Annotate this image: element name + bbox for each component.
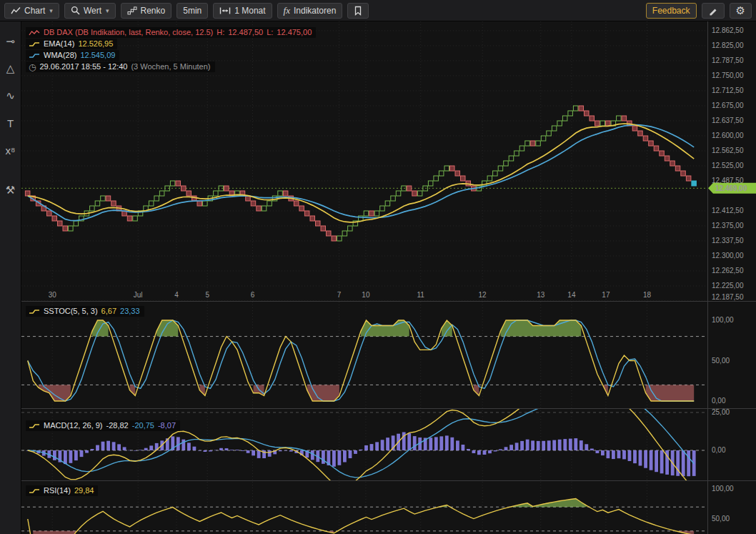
shapes-tool-icon[interactable]: △ [2,60,19,77]
chevron-down-icon: ▾ [49,7,53,14]
ema-label: EMA(14) [44,39,74,49]
wma-label: WMA(28) [44,50,76,61]
svg-text:Jul: Jul [134,291,143,299]
indicators-label: Indikatoren [294,6,336,16]
rsi-legend: RSI(14) 29,84 [26,485,98,497]
symbol-search-label: Wert [84,6,101,16]
chart-canvas[interactable]: 12.862,5012.825,0012.787,5012.750,0012.7… [21,21,756,534]
clock-icon: ◷ [29,63,36,71]
macd-icon [29,422,40,430]
tools-settings-icon[interactable]: ⚒ [2,182,19,199]
text-tool-icon[interactable]: T [2,114,19,132]
rsi-value-1: 29,84 [74,485,94,496]
feedback-label: Feedback [652,6,690,16]
chart-type-button[interactable]: Renko [121,3,172,19]
rsi-legend-row[interactable]: RSI(14) 29,84 [26,485,98,496]
search-icon [71,6,80,15]
svg-text:30: 30 [49,291,57,299]
svg-text:10: 10 [362,291,370,299]
sstoc-label: SSTOC(5, 5, 3) [44,306,98,317]
svg-text:12.412,50: 12.412,50 [712,207,744,214]
svg-text:12.337,50: 12.337,50 [712,237,744,244]
rsi-label: RSI(14) [44,485,71,496]
svg-text:18: 18 [643,291,652,299]
series-legend-row[interactable]: DB DAX (DB Indikation, last, Renko, clos… [26,27,316,38]
gear-icon: ⚙ [736,5,745,16]
pen-icon [708,6,718,16]
svg-text:12.469,00: 12.469,00 [715,184,747,192]
trendline-tool-icon[interactable]: ⊸ [2,33,19,50]
rsi-icon [29,488,40,495]
chart-type-label: Renko [141,6,166,16]
svg-text:4: 4 [174,291,179,299]
high-label: H: [217,27,224,38]
low-label: L: [267,27,273,38]
indicators-button[interactable]: fx Indikatoren [277,3,343,19]
svg-text:12.825,00: 12.825,00 [712,41,744,49]
timeframe-value: 29.06.2017 18:55 - 12:40 [39,61,127,72]
chart-menu-button[interactable]: Chart ▾ [4,3,59,19]
svg-text:0,00: 0,00 [712,397,726,405]
svg-text:50,00: 50,00 [712,357,730,365]
macd-value-2: -20,75 [132,420,154,431]
svg-text:12.712,50: 12.712,50 [712,86,744,94]
wma-icon [29,52,40,59]
svg-text:5: 5 [205,291,209,299]
svg-text:12.525,00: 12.525,00 [712,162,744,169]
range-button[interactable]: 1 Monat [213,3,272,19]
symbol-search-button[interactable]: Wert ▾ [64,3,116,19]
svg-text:12: 12 [479,291,487,299]
svg-text:7: 7 [337,291,342,299]
sstoc-legend-row[interactable]: SSTOC(5, 5, 3) 6,67 23,33 [26,306,144,317]
timeframe-note: (3 Wochen, 5 Minuten) [131,61,210,72]
main-chart-legend: DB DAX (DB Indikation, last, Renko, clos… [26,27,316,73]
interval-label: 5min [183,6,202,16]
svg-text:12.187,50: 12.187,50 [712,293,744,301]
svg-text:25,00: 25,00 [712,408,730,416]
svg-text:12.862,50: 12.862,50 [712,26,744,34]
macd-label: MACD(12, 26, 9) [44,420,103,431]
renko-bricks-icon [127,6,137,15]
svg-text:12.750,00: 12.750,00 [712,71,744,79]
series-icon [29,29,40,36]
feedback-button[interactable]: Feedback [646,3,697,19]
svg-text:12.375,00: 12.375,00 [712,222,744,229]
macd-legend-row[interactable]: MACD(12, 26, 9) -28,82 -20,75 -8,07 [26,420,180,431]
ema-legend-row[interactable]: EMA(14) 12.526,95 [26,39,117,49]
sstoc-value-2: 23,33 [120,306,140,317]
high-value: 12.487,50 [228,27,263,38]
svg-text:12.600,00: 12.600,00 [712,132,744,139]
svg-text:12.637,50: 12.637,50 [712,117,744,124]
top-toolbar: Chart ▾ Wert ▾ Renko 5min [0,0,756,21]
wma-value: 12.545,09 [80,50,115,61]
freehand-tool-icon[interactable]: ∿ [2,87,19,104]
series-title: DB DAX (DB Indikation, last, Renko, clos… [44,27,213,38]
interval-button[interactable]: 5min [176,3,208,19]
macd-value-1: -28,82 [106,420,129,431]
timeframe-row: ◷ 29.06.2017 18:55 - 12:40 (3 Wochen, 5 … [26,61,215,72]
draw-style-button[interactable] [702,3,725,19]
low-value: 12.475,00 [277,27,312,38]
wma-legend-row[interactable]: WMA(28) 12.545,09 [26,50,119,61]
macd-value-3: -8,07 [158,420,176,431]
svg-text:12.300,00: 12.300,00 [712,252,744,259]
svg-text:0,00: 0,00 [712,446,726,454]
svg-text:100,00: 100,00 [712,485,734,493]
fx-icon: fx [284,5,290,16]
range-label: 1 Monat [234,6,265,16]
pattern-tool-icon[interactable]: x⁸ [2,142,19,159]
sstoc-legend: SSTOC(5, 5, 3) 6,67 23,33 [26,306,144,317]
svg-text:13: 13 [537,291,545,299]
svg-text:12.675,00: 12.675,00 [712,102,744,109]
bookmark-button[interactable] [347,3,369,19]
chart-menu-label: Chart [24,6,45,16]
ema-icon [29,41,40,48]
chevron-down-icon: ▾ [106,7,109,14]
macd-legend: MACD(12, 26, 9) -28,82 -20,75 -8,07 [26,420,180,432]
svg-text:100,00: 100,00 [712,316,734,324]
drawing-tools-sidebar: ⊸ △ ∿ T x⁸ ⚒ [0,21,21,534]
chart-region: 12.862,5012.825,0012.787,5012.750,0012.7… [21,21,756,534]
bookmark-icon [354,6,362,16]
svg-text:12.262,50: 12.262,50 [712,267,744,275]
settings-button[interactable]: ⚙ [730,3,752,19]
